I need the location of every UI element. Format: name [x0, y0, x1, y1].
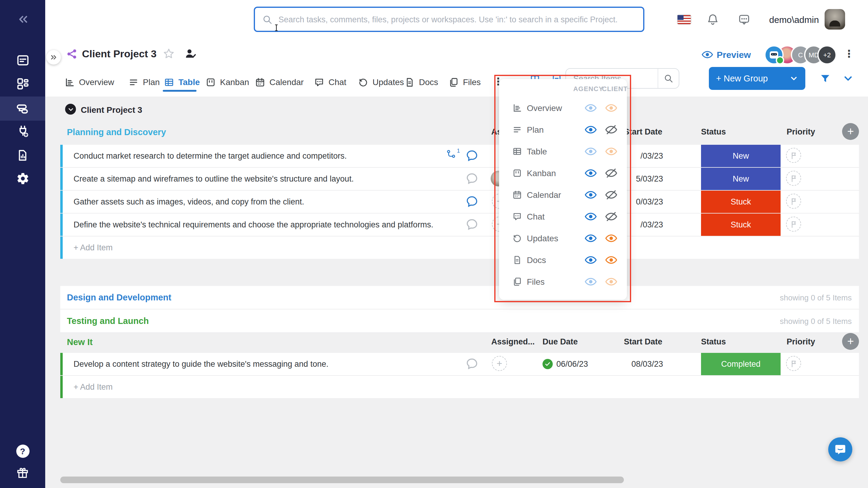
tab-files[interactable]: Files	[448, 73, 481, 92]
start-date[interactable]: 08/03/23	[591, 353, 663, 375]
priority-flag-icon[interactable]	[786, 171, 801, 186]
filter-icon[interactable]	[820, 73, 831, 84]
group-title-planning[interactable]: Planning and Discovery	[67, 127, 166, 137]
collapse-all-chevron-icon[interactable]	[843, 73, 854, 84]
table-row[interactable]: Create a sitemap and wireframes to outli…	[60, 168, 859, 191]
priority-flag-icon[interactable]	[786, 356, 801, 371]
sidebar-item-projects[interactable]	[0, 96, 45, 119]
status-badge[interactable]: New	[701, 168, 781, 190]
group-row-design[interactable]: Design and Development showing 0 of 5 It…	[60, 286, 859, 310]
assign-user-icon[interactable]: +	[492, 356, 507, 371]
client-eye-toggle[interactable]	[605, 232, 617, 244]
tab-plan[interactable]: Plan	[128, 73, 160, 92]
column-header-priority[interactable]: Priority	[786, 127, 815, 136]
sidebar-item-reports[interactable]	[0, 144, 45, 167]
tab-calendar[interactable]: Calendar	[255, 73, 304, 92]
feedback-chat-icon[interactable]	[738, 13, 750, 26]
client-eye-toggle[interactable]	[605, 167, 617, 179]
column-header-status[interactable]: Status	[701, 337, 726, 346]
add-item-row[interactable]: + Add Item	[60, 376, 859, 398]
member-avatars[interactable]: C MD +2	[764, 45, 837, 64]
comment-icon[interactable]	[465, 172, 478, 185]
sidebar-item-power-ups[interactable]	[0, 120, 45, 143]
table-row[interactable]: Gather assets such as images, videos, an…	[60, 191, 859, 213]
search-items-icon[interactable]	[658, 69, 679, 88]
comment-icon[interactable]	[465, 149, 478, 162]
status-badge[interactable]: Stuck	[701, 213, 781, 236]
tab-updates[interactable]: Updates	[358, 73, 404, 92]
client-eye-toggle[interactable]	[605, 145, 617, 157]
column-header-priority[interactable]: Priority	[786, 337, 815, 346]
sidebar-item-settings[interactable]	[0, 167, 45, 190]
support-chat-button[interactable]	[828, 437, 852, 461]
notifications-bell-icon[interactable]	[707, 13, 719, 26]
agency-eye-toggle[interactable]	[585, 189, 597, 201]
table-row[interactable]: Define the website's technical requireme…	[60, 213, 859, 236]
agency-eye-toggle[interactable]	[585, 145, 597, 157]
column-header-start[interactable]: Start Date	[624, 337, 662, 346]
task-text[interactable]: Gather assets such as images, videos, an…	[73, 191, 304, 213]
priority-flag-icon[interactable]	[786, 148, 801, 163]
preview-button[interactable]: Preview	[702, 49, 751, 60]
client-eye-toggle[interactable]	[605, 102, 617, 114]
tab-kanban[interactable]: Kanban	[206, 73, 249, 92]
horizontal-scrollbar[interactable]	[60, 477, 624, 483]
group-row-testing[interactable]: Testing and Launch showing 0 of 5 Items	[60, 310, 859, 333]
user-avatar[interactable]	[825, 9, 845, 30]
tab-chat[interactable]: Chat	[314, 73, 346, 92]
sidebar-whats-new-icon[interactable]	[0, 461, 45, 484]
agency-eye-toggle[interactable]	[585, 276, 597, 288]
tab-docs[interactable]: Docs	[404, 73, 438, 92]
comment-icon[interactable]	[465, 195, 478, 208]
share-icon[interactable]	[66, 48, 78, 60]
task-text[interactable]: Develop a content strategy to guide the …	[73, 353, 329, 375]
due-date[interactable]: 06/06/23	[542, 353, 588, 375]
sidebar-item-dashboards[interactable]	[0, 73, 45, 95]
new-group-chevron-icon[interactable]	[789, 74, 798, 83]
task-text[interactable]: Define the website's technical requireme…	[73, 213, 433, 236]
priority-flag-icon[interactable]	[786, 194, 801, 209]
comment-icon[interactable]	[465, 357, 478, 370]
client-eye-toggle[interactable]	[605, 124, 617, 136]
group-title-new-it[interactable]: New It	[67, 337, 93, 347]
column-header-status[interactable]: Status	[701, 127, 726, 136]
task-text[interactable]: Create a sitemap and wireframes to outli…	[73, 168, 354, 190]
client-eye-toggle[interactable]	[605, 189, 617, 201]
agency-eye-toggle[interactable]	[585, 254, 597, 266]
add-item-row[interactable]: + Add Item	[60, 236, 859, 259]
bot-avatar[interactable]	[764, 45, 784, 64]
client-eye-toggle[interactable]	[605, 254, 617, 266]
agency-eye-toggle[interactable]	[585, 102, 597, 114]
global-search-input[interactable]	[277, 14, 636, 24]
header-kebab-menu[interactable]: ⋮	[844, 48, 854, 60]
column-header-due[interactable]: Due Date	[542, 337, 578, 346]
agency-eye-toggle[interactable]	[585, 210, 597, 223]
person-check-icon[interactable]	[184, 48, 196, 60]
language-flag-icon[interactable]	[678, 15, 691, 24]
agency-eye-toggle[interactable]	[585, 232, 597, 244]
agency-eye-toggle[interactable]	[585, 167, 597, 179]
status-badge[interactable]: Completed	[701, 353, 781, 375]
sidebar-help-icon[interactable]: ?	[0, 440, 45, 463]
table-row[interactable]: Develop a content strategy to guide the …	[60, 353, 859, 376]
expand-panel-button[interactable]	[46, 50, 61, 64]
subtask-icon[interactable]: 1	[446, 149, 460, 159]
sidebar-item-agenda[interactable]	[0, 49, 45, 72]
table-row[interactable]: Conduct market research to determine the…	[60, 145, 859, 168]
more-members-badge[interactable]: +2	[817, 45, 837, 64]
comment-icon[interactable]	[465, 218, 478, 231]
status-badge[interactable]: Stuck	[701, 191, 781, 213]
global-search[interactable]	[254, 7, 644, 32]
star-icon[interactable]	[163, 48, 175, 60]
section-collapse-icon[interactable]	[65, 104, 76, 115]
add-column-button[interactable]: +	[842, 123, 859, 140]
tab-overview[interactable]: Overview	[64, 73, 114, 92]
column-header-assigned[interactable]: Assigned...	[491, 337, 535, 346]
agency-eye-toggle[interactable]	[585, 124, 597, 136]
status-badge[interactable]: New	[701, 145, 781, 167]
column-header-start[interactable]: Start Date	[624, 127, 662, 136]
task-text[interactable]: Conduct market research to determine the…	[73, 145, 347, 167]
tab-table[interactable]: Table	[164, 73, 200, 92]
client-eye-toggle[interactable]	[605, 276, 617, 288]
priority-flag-icon[interactable]	[786, 217, 801, 232]
